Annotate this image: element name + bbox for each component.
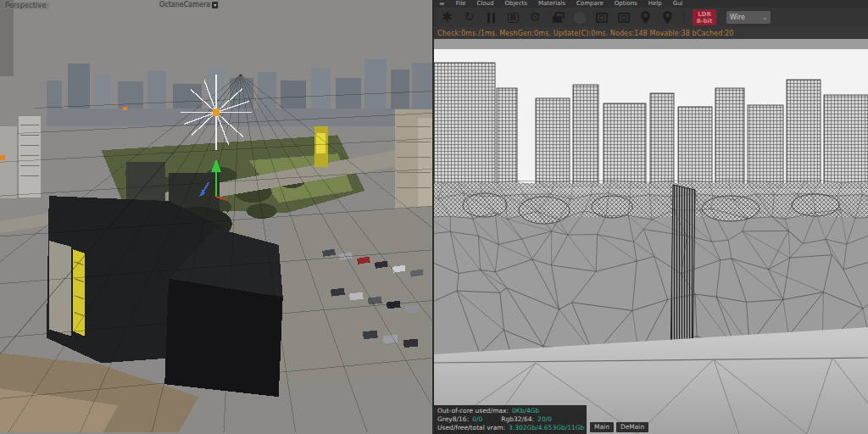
dual-viewport-app: Perspective OctaneCamera ▾ ≡ FileCloudOb… <box>0 0 868 434</box>
menu-item-help[interactable]: Help <box>648 0 662 8</box>
menu-item-objects[interactable]: Objects <box>504 0 526 8</box>
live-viewer-menubar: ≡ FileCloudObjectsMaterialsCompareOption… <box>434 0 868 8</box>
render-pass-tabs: MainDeMain <box>590 422 648 432</box>
film-region-icon[interactable] <box>616 10 631 25</box>
vram-label: Used/free/total vram: <box>437 424 505 431</box>
camera-selector[interactable]: OctaneCamera ▾ <box>158 1 220 8</box>
ldr-toggle-badge[interactable]: LDR 8-bit <box>693 9 716 25</box>
chevron-down-icon: ▾ <box>212 2 218 8</box>
octane-sun-icon[interactable]: ✱ <box>440 10 454 25</box>
pass-tab-main[interactable]: Main <box>590 422 614 432</box>
vram-stats-overlay: Out-of-core used/max: 0Kb/4Gb Grey8/16: … <box>434 405 587 434</box>
menu-item-materials[interactable]: Materials <box>538 0 565 8</box>
camera-selector-label: OctaneCamera <box>159 1 210 8</box>
menu-item-compare[interactable]: Compare <box>576 0 604 8</box>
textured-city-scene <box>0 0 432 432</box>
grey-value: 0/0 <box>472 415 482 423</box>
render-status-line: Check:0ms./1ms. MeshGen:0ms. Update(C):0… <box>434 27 868 39</box>
octane-live-viewer: ≡ FileCloudObjectsMaterialsCompareOption… <box>434 0 868 434</box>
c4d-perspective-viewport[interactable]: Perspective OctaneCamera ▾ <box>0 0 434 434</box>
light-gizmo-handle <box>213 108 220 116</box>
lock-resolution-icon[interactable] <box>550 10 565 25</box>
menu-item-options[interactable]: Options <box>615 0 637 8</box>
wireframe-render-area[interactable]: Out-of-core used/max: 0Kb/4Gb Grey8/16: … <box>434 39 868 434</box>
chevron-down-icon: ⌄ <box>762 14 767 21</box>
menu-item-file[interactable]: File <box>456 0 466 8</box>
rgb-value: 20/0 <box>537 415 552 423</box>
menu-item-cloud[interactable]: Cloud <box>476 0 493 8</box>
out-of-core-value: 0Kb/4Gb <box>512 407 539 415</box>
vram-value: 3.302Gb/4.653Gb/11Gb <box>509 424 584 431</box>
render-mode-dropdown[interactable]: Wire ⌄ <box>726 11 771 24</box>
selection-handle-2 <box>123 107 127 111</box>
selection-handle <box>0 155 5 160</box>
object-picker-pin-icon[interactable] <box>660 10 675 25</box>
restart-render-icon[interactable]: ↻ <box>462 10 476 25</box>
picker-circle-icon[interactable] <box>572 10 587 25</box>
toolbar-divider <box>683 11 684 25</box>
material-picker-pin-icon[interactable] <box>638 10 653 25</box>
pause-render-icon[interactable] <box>484 10 498 25</box>
view-label[interactable]: Perspective <box>3 2 49 9</box>
out-of-core-label: Out-of-core used/max: <box>437 407 509 415</box>
live-viewer-toolbar: ✱ ↻ R ⚙ LDR 8-bit Wire ⌄ <box>434 8 868 27</box>
pass-tab-demain[interactable]: DeMain <box>616 422 648 432</box>
menu-item-gui[interactable]: Gui <box>673 0 683 8</box>
rgb-label: Rgb32/64: <box>501 415 534 423</box>
grey-label: Grey8/16: <box>437 415 469 423</box>
region-render-icon[interactable] <box>594 10 609 25</box>
reset-render-icon[interactable]: R <box>506 10 520 25</box>
wireframe-city-scene <box>434 39 868 434</box>
render-mode-value: Wire <box>730 14 745 21</box>
settings-gear-icon[interactable]: ⚙ <box>528 10 542 25</box>
hamburger-menu-icon[interactable]: ≡ <box>439 1 445 8</box>
